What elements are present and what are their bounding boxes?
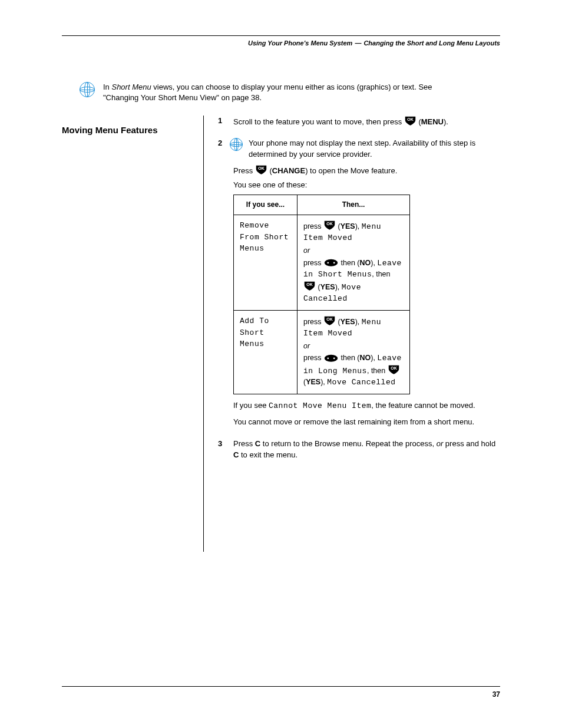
step-1: Scroll to the feature you want to move, … xyxy=(218,116,500,127)
ok-icon: OK xyxy=(404,116,416,126)
step-2: Your phone may not display the next step… xyxy=(218,138,500,428)
svg-text:OK: OK xyxy=(391,366,397,370)
svg-text:OK: OK xyxy=(326,222,333,226)
nav-icon xyxy=(323,354,339,363)
intro-tip-row: In Short Menu views, you can choose to d… xyxy=(80,82,500,103)
col-then: Then... xyxy=(297,195,410,215)
page-header: Using Your Phone's Menu System — Changin… xyxy=(62,39,500,47)
moving-heading: Moving Menu Features xyxy=(62,125,193,135)
ok-icon: OK xyxy=(303,281,316,291)
globe-icon xyxy=(230,138,243,151)
svg-point-8 xyxy=(325,355,338,362)
svg-text:OK: OK xyxy=(326,317,333,321)
row-remove: Remove From Short Menus press OK (YES), xyxy=(234,215,410,311)
ok-icon: OK xyxy=(323,315,336,326)
svg-point-4 xyxy=(327,262,329,263)
row-add: Add To Short Menus press OK (YES), Menu xyxy=(234,311,410,394)
header-chapter: Using Your Phone's Menu System xyxy=(248,39,352,47)
page-footer: 37 xyxy=(62,686,500,699)
ok-icon: OK xyxy=(388,364,400,375)
svg-point-9 xyxy=(327,357,329,359)
svg-text:OK: OK xyxy=(306,282,313,286)
last-item-note: You cannot move or remove the last remai… xyxy=(233,417,500,428)
header-rule xyxy=(62,35,500,36)
move-options-table: If you see... Then... Remove From Short … xyxy=(233,195,410,394)
page-number: 37 xyxy=(492,690,500,699)
step-2-tip: Your phone may not display the next step… xyxy=(230,138,500,159)
intro-tip-text: In Short Menu views, you can choose to d… xyxy=(103,82,433,103)
nav-icon xyxy=(323,258,339,268)
svg-point-5 xyxy=(333,262,335,263)
ok-icon: OK xyxy=(255,164,267,175)
cannot-move-note: If you see Cannot Move Menu Item, the fe… xyxy=(233,400,500,412)
svg-point-10 xyxy=(333,357,335,359)
globe-icon xyxy=(80,82,95,97)
svg-point-3 xyxy=(325,259,338,266)
svg-text:OK: OK xyxy=(407,117,414,121)
header-section: Changing the Short and Long Menu Layouts xyxy=(363,39,500,47)
svg-text:OK: OK xyxy=(258,166,265,170)
step-3: Press C to return to the Browse menu. Re… xyxy=(218,439,500,461)
col-if: If you see... xyxy=(234,195,297,215)
ok-icon: OK xyxy=(323,220,336,230)
header-sep: — xyxy=(355,39,361,47)
